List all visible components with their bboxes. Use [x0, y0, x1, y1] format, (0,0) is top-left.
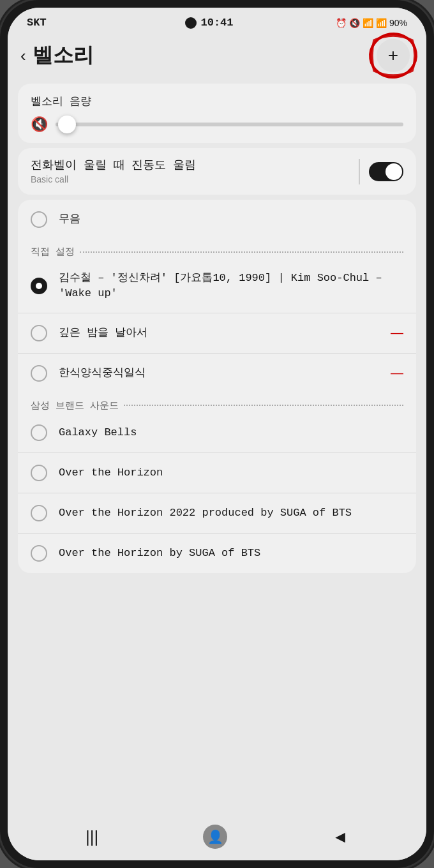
delete-icon-1[interactable]: — — [391, 326, 403, 340]
radio-samsung-2 — [31, 505, 47, 521]
ringtone-samsung-0[interactable]: Galaxy Bells — [18, 413, 416, 453]
radio-mute — [31, 211, 47, 228]
ringtone-name-direct-2: 한식양식중식일식 — [59, 366, 384, 381]
back-button[interactable]: ‹ — [20, 46, 26, 66]
phone-screen: SKT 10:41 ⏰ 🔇 📶 📶 90% ‹ 벨소리 + — [8, 8, 426, 860]
radio-samsung-3 — [31, 545, 47, 562]
alarm-icon: ⏰ — [336, 18, 347, 28]
volume-slider[interactable] — [56, 123, 403, 126]
ringtone-samsung-2[interactable]: Over the Horizon 2022 produced by SUGA o… — [18, 493, 416, 533]
samsung-brand-label: 삼성 브랜드 사운드 — [31, 400, 119, 412]
dotted-line-1 — [80, 251, 403, 253]
volume-section: 벨소리 음량 🔇 — [18, 84, 416, 143]
wifi-icon: 📶 — [363, 18, 373, 28]
volume-mute-icon: 🔇 — [31, 116, 48, 133]
mute-icon: 🔇 — [349, 18, 360, 28]
ringtone-name-direct-0: 김수철 – '정신차려' [가요톱10, 1990] | Kim Soo-Chu… — [59, 271, 403, 301]
volume-label: 벨소리 음량 — [31, 94, 403, 108]
radio-direct-0 — [31, 278, 47, 294]
status-clock: 10:41 — [200, 17, 233, 29]
ringtone-samsung-3[interactable]: Over the Horizon by SUGA of BTS — [18, 533, 416, 573]
toggle-text: 전화벨이 울릴 때 진동도 울림 Basic call — [31, 158, 350, 184]
radio-samsung-0 — [31, 424, 47, 441]
toggle-row: 전화벨이 울릴 때 진동도 울림 Basic call — [31, 158, 403, 184]
ringtone-direct-1[interactable]: 깊은 밤을 날아서 — — [18, 313, 416, 353]
delete-icon-2[interactable]: — — [391, 366, 403, 380]
header: ‹ 벨소리 + — [8, 33, 426, 79]
vibrate-toggle[interactable] — [369, 162, 403, 181]
ringtone-samsung-1[interactable]: Over the Horizon — [18, 453, 416, 493]
ringtone-name-direct-1: 깊은 밤을 날아서 — [59, 326, 384, 341]
ringtone-list: 무음 직접 설정 김수철 – '정신차려' [가요톱10, 1990] | Ki… — [18, 200, 416, 573]
recent-apps-button[interactable]: ||| — [86, 827, 98, 847]
add-button-container: + — [377, 39, 410, 72]
content-area[interactable]: 벨소리 음량 🔇 전화벨이 울릴 때 진동도 울림 Basic call — [8, 79, 426, 816]
ringtone-name-samsung-1: Over the Horizon — [59, 465, 403, 481]
back-nav-button[interactable]: ◄ — [332, 827, 348, 847]
ringtone-direct-2[interactable]: 한식양식중식일식 — — [18, 353, 416, 393]
toggle-separator — [359, 159, 360, 184]
volume-thumb[interactable] — [58, 116, 76, 133]
bottom-nav: ||| 👤 ◄ — [8, 816, 426, 860]
status-bar: SKT 10:41 ⏰ 🔇 📶 📶 90% — [8, 8, 426, 33]
home-button[interactable]: 👤 — [203, 825, 227, 849]
radio-direct-2 — [31, 365, 47, 382]
signal-icon: 📶 — [376, 18, 387, 28]
status-icons: ⏰ 🔇 📶 📶 90% — [336, 18, 407, 28]
phone-frame: SKT 10:41 ⏰ 🔇 📶 📶 90% ‹ 벨소리 + — [0, 0, 434, 868]
dotted-line-2 — [124, 405, 403, 406]
header-left: ‹ 벨소리 — [20, 41, 94, 70]
toggle-knob — [385, 163, 402, 180]
ringtone-mute-item[interactable]: 무음 — [18, 200, 416, 239]
page-title: 벨소리 — [33, 41, 94, 70]
bottom-padding — [8, 578, 426, 591]
mute-label: 무음 — [59, 212, 403, 227]
ringtone-name-samsung-2: Over the Horizon 2022 produced by SUGA o… — [59, 505, 403, 521]
toggle-title: 전화벨이 울릴 때 진동도 울림 — [31, 158, 350, 173]
camera-notch — [185, 17, 197, 29]
battery-icon: 90% — [389, 18, 407, 28]
radio-direct-1 — [31, 325, 47, 341]
direct-setting-label: 직접 설정 — [31, 246, 75, 258]
ringtone-direct-0[interactable]: 김수철 – '정신차려' [가요톱10, 1990] | Kim Soo-Chu… — [18, 259, 416, 313]
home-icon: 👤 — [207, 829, 223, 844]
direct-setting-header: 직접 설정 — [18, 239, 416, 259]
ringtone-name-samsung-3: Over the Horizon by SUGA of BTS — [59, 546, 403, 561]
status-time: SKT — [27, 17, 47, 29]
toggle-subtitle: Basic call — [31, 174, 350, 184]
radio-samsung-1 — [31, 465, 47, 481]
vibrate-section: 전화벨이 울릴 때 진동도 울림 Basic call — [18, 148, 416, 195]
volume-row: 🔇 — [31, 116, 403, 133]
samsung-brand-header: 삼성 브랜드 사운드 — [18, 393, 416, 413]
add-ringtone-button[interactable]: + — [377, 39, 410, 72]
ringtone-name-samsung-0: Galaxy Bells — [59, 425, 403, 440]
